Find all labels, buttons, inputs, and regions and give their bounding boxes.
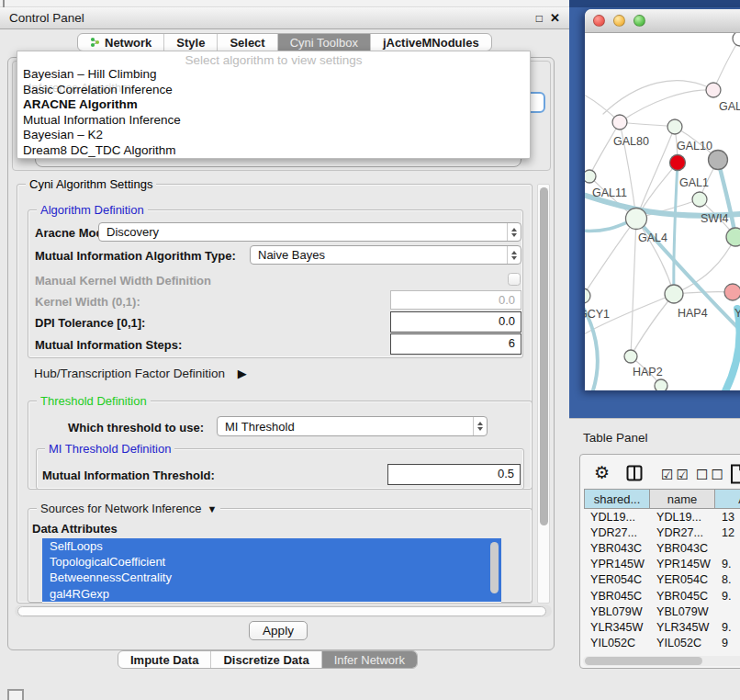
node-label-hap2: HAP2 xyxy=(633,366,663,378)
algorithm-option-bayesian-k2[interactable]: Bayesian – K2 xyxy=(17,128,530,143)
table-row[interactable]: YIL052CYIL052C9 xyxy=(584,636,740,651)
network-edge xyxy=(603,81,713,114)
network-window[interactable]: GALGAL80GAL10GAL11GAL1GAL4SWI4GCY1HAP4YH… xyxy=(585,9,740,390)
select-all-icon[interactable]: ☑☑ xyxy=(661,467,691,483)
network-edge xyxy=(620,122,675,127)
tab-jactivemnodules[interactable]: jActiveMNodules xyxy=(371,34,491,51)
algorithm-dropdown[interactable]: Select algorithm to view settings Infere… xyxy=(17,51,531,159)
algorithm-option-mutual-information-inference[interactable]: Mutual Information Inference xyxy=(17,113,530,129)
attribute-item-betweennesscentrality[interactable]: BetweennessCentrality xyxy=(42,570,501,585)
algorithm-option-dream8-dc-tdc-algorithm[interactable]: Dream8 DC_TDC Algorithm xyxy=(17,143,530,159)
network-window-titlebar[interactable] xyxy=(585,9,740,33)
settings-horizontal-scrollbar[interactable] xyxy=(15,604,552,617)
manual-kernel-width-checkbox[interactable] xyxy=(508,273,521,286)
network-area-top-strip xyxy=(569,0,740,7)
algorithm-option-bayesian-hill-climbing[interactable]: Bayesian – Hill Climbing xyxy=(17,67,530,83)
network-node[interactable] xyxy=(585,288,590,303)
zoom-traffic-light-icon[interactable] xyxy=(633,15,645,27)
column-header-shared[interactable]: shared... xyxy=(584,489,650,509)
attribute-item-topologicalcoefficient[interactable]: TopologicalCoefficient xyxy=(42,554,501,570)
network-node[interactable] xyxy=(655,379,667,390)
minimize-traffic-light-icon[interactable] xyxy=(613,15,625,27)
list-scrollbar-thumb[interactable] xyxy=(490,542,499,593)
tab-style[interactable]: Style xyxy=(164,34,218,51)
apply-button[interactable]: Apply xyxy=(249,621,308,640)
table-row[interactable]: YBR045CYBR045C9. xyxy=(584,588,740,604)
data-attributes-list[interactable]: SelfLoopsTopologicalCoefficientBetweenne… xyxy=(42,538,501,603)
network-node[interactable] xyxy=(626,209,647,230)
bottom-tab-infer-network[interactable]: Infer Network xyxy=(322,651,417,668)
network-node[interactable] xyxy=(724,284,740,300)
network-node[interactable] xyxy=(612,115,627,130)
hub-definition-expander[interactable]: Hub/Transcription Factor Definition ▶ xyxy=(34,367,247,380)
network-node[interactable] xyxy=(726,228,740,246)
network-node[interactable] xyxy=(665,285,683,303)
tab-network[interactable]: Network xyxy=(78,34,164,51)
network-node[interactable] xyxy=(585,170,596,183)
deselect-all-icon[interactable]: ☐☐ xyxy=(696,467,726,483)
table-row[interactable]: YDL19...YDL19...13 xyxy=(584,509,740,525)
table-cell: YDR27... xyxy=(584,525,650,540)
settings-vertical-scrollbar-thumb[interactable] xyxy=(540,187,548,525)
settings-horizontal-scrollbar-thumb[interactable] xyxy=(17,606,546,616)
float-window-icon[interactable]: □ xyxy=(536,13,543,24)
stepper-icon[interactable] xyxy=(507,246,521,264)
table-row[interactable]: YDR27...YDR27...12 xyxy=(584,525,740,540)
settings-vertical-scrollbar[interactable] xyxy=(537,184,550,604)
bottom-tab-discretize-data[interactable]: Discretize Data xyxy=(211,651,321,668)
table-cell: 8. xyxy=(715,572,740,588)
dock-panel-icon[interactable] xyxy=(7,689,24,700)
mi-steps-label: Mutual Information Steps: xyxy=(35,338,182,352)
table-panel-title: Table Panel xyxy=(583,431,648,445)
attribute-item-gal4rgexp[interactable]: gal4RGexp xyxy=(42,586,501,602)
collapse-down-icon[interactable]: ▼ xyxy=(207,503,218,514)
table-row[interactable]: YBL079WYBL079W xyxy=(584,604,740,619)
table-cell xyxy=(715,540,740,556)
table-row[interactable]: YLR345WYLR345W9. xyxy=(584,619,740,635)
stepper-icon[interactable] xyxy=(507,223,521,241)
network-node[interactable] xyxy=(733,33,740,46)
column-header-a[interactable]: A xyxy=(715,489,740,509)
network-node[interactable] xyxy=(624,350,637,363)
gear-icon[interactable]: ⚙ xyxy=(594,462,610,483)
stepper-icon[interactable] xyxy=(473,417,487,435)
attribute-item-selfloops[interactable]: SelfLoops xyxy=(42,538,501,554)
aracne-mode-combo[interactable]: Discovery xyxy=(98,222,521,242)
network-view-area: GALGAL80GAL10GAL11GAL1GAL4SWI4GCY1HAP4YH… xyxy=(569,0,740,418)
table-horizontal-scrollbar-thumb[interactable] xyxy=(585,657,702,665)
bottom-tab-impute-data[interactable]: Impute Data xyxy=(118,651,211,668)
columns-icon[interactable] xyxy=(626,465,643,485)
algorithm-dropdown-list: Bayesian – Hill ClimbingBasic Correlatio… xyxy=(17,67,530,159)
dpi-tolerance-field[interactable]: 0.0 xyxy=(390,311,521,333)
column-header-name[interactable]: name xyxy=(650,489,715,509)
close-traffic-light-icon[interactable] xyxy=(593,15,605,27)
table-row[interactable]: YPR145WYPR145W9. xyxy=(584,557,740,572)
network-node[interactable] xyxy=(667,119,682,134)
data-attributes-label: Data Attributes xyxy=(32,522,118,536)
kernel-width-field[interactable]: 0.0 xyxy=(390,290,521,310)
table-cell: YDR27... xyxy=(650,525,715,540)
threshold-definition-title: Threshold Definition xyxy=(37,394,151,408)
table-row[interactable]: YER054CYER054C8. xyxy=(584,572,740,588)
close-icon[interactable]: ✕ xyxy=(550,12,560,24)
which-threshold-combo[interactable]: MI Threshold xyxy=(217,416,488,436)
network-node[interactable] xyxy=(709,151,728,170)
threshold-definition-group: Threshold Definition Which threshold to … xyxy=(28,401,533,490)
table-row[interactable]: YBR043CYBR043C xyxy=(584,540,740,556)
tab-select[interactable]: Select xyxy=(218,34,277,51)
mi-algorithm-type-combo[interactable]: Naive Bayes xyxy=(250,245,521,265)
tab-cyni-toolbox[interactable]: Cyni Toolbox xyxy=(278,34,371,51)
network-canvas[interactable]: GALGAL80GAL10GAL11GAL1GAL4SWI4GCY1HAP4YH… xyxy=(585,33,740,390)
table-horizontal-scrollbar[interactable] xyxy=(583,656,740,666)
node-label-hap4: HAP4 xyxy=(678,307,708,320)
algorithm-option-basic-correlation-inference[interactable]: Basic Correlation Inference xyxy=(17,83,530,98)
network-node[interactable] xyxy=(692,192,707,207)
mi-threshold-field[interactable]: 0.5 xyxy=(387,464,521,485)
mi-steps-field[interactable]: 6 xyxy=(390,333,521,355)
table-cell: YBR043C xyxy=(650,540,715,556)
file-export-icon[interactable] xyxy=(730,464,740,488)
dpi-tolerance-label: DPI Tolerance [0,1]: xyxy=(35,316,145,330)
network-node[interactable] xyxy=(706,83,721,97)
algorithm-option-aracne-algorithm[interactable]: ARACNE Algorithm xyxy=(17,97,530,113)
network-node[interactable] xyxy=(670,155,686,171)
